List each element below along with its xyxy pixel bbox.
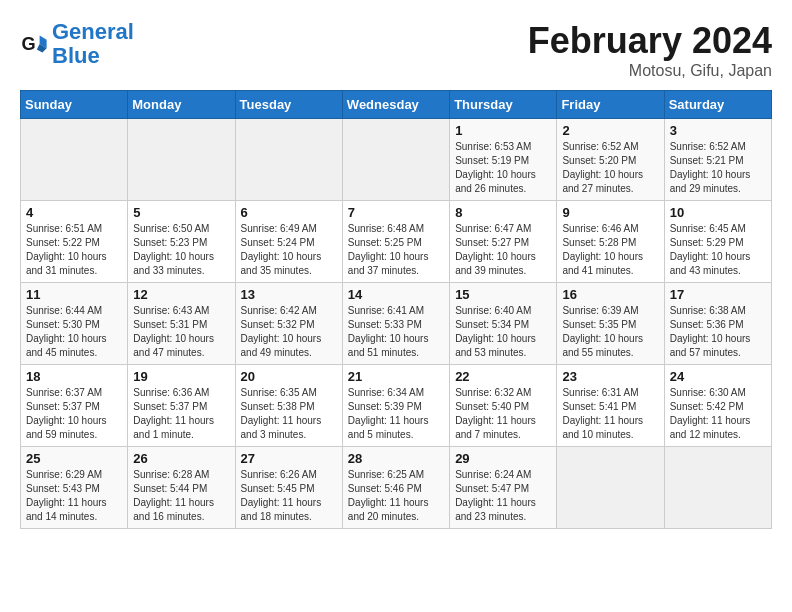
calendar-cell: 14Sunrise: 6:41 AM Sunset: 5:33 PM Dayli…: [342, 283, 449, 365]
day-header-wednesday: Wednesday: [342, 91, 449, 119]
day-detail: Sunrise: 6:53 AM Sunset: 5:19 PM Dayligh…: [455, 140, 551, 196]
day-number: 6: [241, 205, 337, 220]
calendar-cell: 9Sunrise: 6:46 AM Sunset: 5:28 PM Daylig…: [557, 201, 664, 283]
calendar-cell: 1Sunrise: 6:53 AM Sunset: 5:19 PM Daylig…: [450, 119, 557, 201]
day-number: 7: [348, 205, 444, 220]
calendar-cell: 13Sunrise: 6:42 AM Sunset: 5:32 PM Dayli…: [235, 283, 342, 365]
day-detail: Sunrise: 6:25 AM Sunset: 5:46 PM Dayligh…: [348, 468, 444, 524]
day-detail: Sunrise: 6:41 AM Sunset: 5:33 PM Dayligh…: [348, 304, 444, 360]
day-detail: Sunrise: 6:28 AM Sunset: 5:44 PM Dayligh…: [133, 468, 229, 524]
day-detail: Sunrise: 6:44 AM Sunset: 5:30 PM Dayligh…: [26, 304, 122, 360]
calendar-cell: 16Sunrise: 6:39 AM Sunset: 5:35 PM Dayli…: [557, 283, 664, 365]
day-number: 27: [241, 451, 337, 466]
day-detail: Sunrise: 6:49 AM Sunset: 5:24 PM Dayligh…: [241, 222, 337, 278]
calendar-cell: 12Sunrise: 6:43 AM Sunset: 5:31 PM Dayli…: [128, 283, 235, 365]
day-detail: Sunrise: 6:47 AM Sunset: 5:27 PM Dayligh…: [455, 222, 551, 278]
calendar-cell: [557, 447, 664, 529]
day-detail: Sunrise: 6:35 AM Sunset: 5:38 PM Dayligh…: [241, 386, 337, 442]
day-detail: Sunrise: 6:37 AM Sunset: 5:37 PM Dayligh…: [26, 386, 122, 442]
logo-text: General Blue: [52, 20, 134, 68]
day-number: 26: [133, 451, 229, 466]
day-number: 14: [348, 287, 444, 302]
day-detail: Sunrise: 6:38 AM Sunset: 5:36 PM Dayligh…: [670, 304, 766, 360]
day-number: 18: [26, 369, 122, 384]
day-detail: Sunrise: 6:40 AM Sunset: 5:34 PM Dayligh…: [455, 304, 551, 360]
day-number: 11: [26, 287, 122, 302]
day-number: 28: [348, 451, 444, 466]
calendar-cell: [21, 119, 128, 201]
logo-icon: G: [20, 30, 48, 58]
calendar-cell: 2Sunrise: 6:52 AM Sunset: 5:20 PM Daylig…: [557, 119, 664, 201]
day-detail: Sunrise: 6:51 AM Sunset: 5:22 PM Dayligh…: [26, 222, 122, 278]
day-number: 13: [241, 287, 337, 302]
calendar-cell: 15Sunrise: 6:40 AM Sunset: 5:34 PM Dayli…: [450, 283, 557, 365]
day-detail: Sunrise: 6:29 AM Sunset: 5:43 PM Dayligh…: [26, 468, 122, 524]
calendar-cell: 5Sunrise: 6:50 AM Sunset: 5:23 PM Daylig…: [128, 201, 235, 283]
day-detail: Sunrise: 6:31 AM Sunset: 5:41 PM Dayligh…: [562, 386, 658, 442]
day-detail: Sunrise: 6:46 AM Sunset: 5:28 PM Dayligh…: [562, 222, 658, 278]
day-number: 23: [562, 369, 658, 384]
svg-text:G: G: [21, 34, 35, 54]
day-number: 25: [26, 451, 122, 466]
day-number: 4: [26, 205, 122, 220]
page-title: February 2024: [528, 20, 772, 62]
day-number: 29: [455, 451, 551, 466]
day-detail: Sunrise: 6:26 AM Sunset: 5:45 PM Dayligh…: [241, 468, 337, 524]
calendar-cell: 10Sunrise: 6:45 AM Sunset: 5:29 PM Dayli…: [664, 201, 771, 283]
calendar-cell: 24Sunrise: 6:30 AM Sunset: 5:42 PM Dayli…: [664, 365, 771, 447]
day-number: 2: [562, 123, 658, 138]
day-detail: Sunrise: 6:52 AM Sunset: 5:20 PM Dayligh…: [562, 140, 658, 196]
calendar-cell: 4Sunrise: 6:51 AM Sunset: 5:22 PM Daylig…: [21, 201, 128, 283]
day-detail: Sunrise: 6:45 AM Sunset: 5:29 PM Dayligh…: [670, 222, 766, 278]
calendar-cell: 23Sunrise: 6:31 AM Sunset: 5:41 PM Dayli…: [557, 365, 664, 447]
calendar-cell: 29Sunrise: 6:24 AM Sunset: 5:47 PM Dayli…: [450, 447, 557, 529]
day-detail: Sunrise: 6:48 AM Sunset: 5:25 PM Dayligh…: [348, 222, 444, 278]
calendar-header: SundayMondayTuesdayWednesdayThursdayFrid…: [21, 91, 772, 119]
logo: G General Blue: [20, 20, 134, 68]
day-header-thursday: Thursday: [450, 91, 557, 119]
day-number: 10: [670, 205, 766, 220]
week-row-1: 1Sunrise: 6:53 AM Sunset: 5:19 PM Daylig…: [21, 119, 772, 201]
day-number: 12: [133, 287, 229, 302]
calendar-cell: 7Sunrise: 6:48 AM Sunset: 5:25 PM Daylig…: [342, 201, 449, 283]
calendar-cell: 25Sunrise: 6:29 AM Sunset: 5:43 PM Dayli…: [21, 447, 128, 529]
calendar-cell: 6Sunrise: 6:49 AM Sunset: 5:24 PM Daylig…: [235, 201, 342, 283]
day-header-tuesday: Tuesday: [235, 91, 342, 119]
calendar-cell: 22Sunrise: 6:32 AM Sunset: 5:40 PM Dayli…: [450, 365, 557, 447]
day-header-monday: Monday: [128, 91, 235, 119]
day-number: 16: [562, 287, 658, 302]
day-number: 9: [562, 205, 658, 220]
day-number: 1: [455, 123, 551, 138]
calendar-table: SundayMondayTuesdayWednesdayThursdayFrid…: [20, 90, 772, 529]
day-number: 15: [455, 287, 551, 302]
day-number: 17: [670, 287, 766, 302]
day-header-friday: Friday: [557, 91, 664, 119]
day-detail: Sunrise: 6:39 AM Sunset: 5:35 PM Dayligh…: [562, 304, 658, 360]
day-detail: Sunrise: 6:50 AM Sunset: 5:23 PM Dayligh…: [133, 222, 229, 278]
day-number: 20: [241, 369, 337, 384]
day-number: 8: [455, 205, 551, 220]
calendar-cell: [128, 119, 235, 201]
calendar-cell: 3Sunrise: 6:52 AM Sunset: 5:21 PM Daylig…: [664, 119, 771, 201]
week-row-2: 4Sunrise: 6:51 AM Sunset: 5:22 PM Daylig…: [21, 201, 772, 283]
day-number: 5: [133, 205, 229, 220]
header-row: SundayMondayTuesdayWednesdayThursdayFrid…: [21, 91, 772, 119]
calendar-cell: [235, 119, 342, 201]
day-detail: Sunrise: 6:34 AM Sunset: 5:39 PM Dayligh…: [348, 386, 444, 442]
title-block: February 2024 Motosu, Gifu, Japan: [528, 20, 772, 80]
day-detail: Sunrise: 6:32 AM Sunset: 5:40 PM Dayligh…: [455, 386, 551, 442]
day-detail: Sunrise: 6:30 AM Sunset: 5:42 PM Dayligh…: [670, 386, 766, 442]
day-detail: Sunrise: 6:43 AM Sunset: 5:31 PM Dayligh…: [133, 304, 229, 360]
week-row-5: 25Sunrise: 6:29 AM Sunset: 5:43 PM Dayli…: [21, 447, 772, 529]
page-header: G General Blue February 2024 Motosu, Gif…: [20, 20, 772, 80]
calendar-cell: 19Sunrise: 6:36 AM Sunset: 5:37 PM Dayli…: [128, 365, 235, 447]
day-detail: Sunrise: 6:36 AM Sunset: 5:37 PM Dayligh…: [133, 386, 229, 442]
calendar-cell: [664, 447, 771, 529]
day-detail: Sunrise: 6:52 AM Sunset: 5:21 PM Dayligh…: [670, 140, 766, 196]
day-number: 24: [670, 369, 766, 384]
calendar-cell: 28Sunrise: 6:25 AM Sunset: 5:46 PM Dayli…: [342, 447, 449, 529]
day-header-sunday: Sunday: [21, 91, 128, 119]
day-number: 21: [348, 369, 444, 384]
day-header-saturday: Saturday: [664, 91, 771, 119]
calendar-cell: 21Sunrise: 6:34 AM Sunset: 5:39 PM Dayli…: [342, 365, 449, 447]
